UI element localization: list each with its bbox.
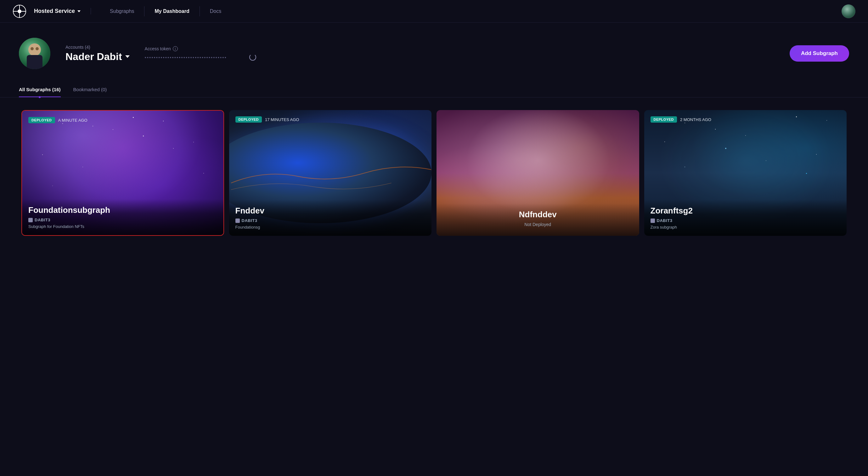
subgraph-card-4[interactable]: DEPLOYED 2 MONTHS AGO Zoranftsg2 DABIT3 … — [644, 110, 847, 236]
card-content-1: Foundationsubgraph DABIT3 Subgraph for F… — [22, 199, 223, 235]
card-badge-row-2: DEPLOYED 17 MINUTES AGO — [236, 116, 299, 123]
author-icon-4 — [651, 218, 655, 223]
svg-point-6 — [28, 43, 41, 56]
deployed-badge-2: DEPLOYED — [236, 116, 262, 123]
brand-chevron-icon — [78, 10, 81, 12]
tab-active-indicator — [39, 96, 40, 98]
author-icon-1 — [28, 218, 33, 222]
author-icon-2 — [236, 218, 240, 223]
tab-all-subgraphs[interactable]: All Subgraphs (16) — [19, 82, 61, 97]
tab-bookmarked[interactable]: Bookmarked (0) — [73, 82, 107, 97]
subgraph-card-3[interactable]: Ndfnddev Not Deployed — [436, 110, 639, 236]
access-token-value: •••••••••••••••••••••••••••••••••••• — [145, 55, 246, 60]
card-title-2: Fnddev — [236, 206, 426, 216]
accounts-label: Accounts (4) — [65, 45, 130, 50]
nav-separator — [144, 6, 145, 16]
card-badge-row-1: DEPLOYED A MINUTE AGO — [28, 117, 88, 123]
card-description-1: Subgraph for Foundation NFTs — [28, 224, 217, 229]
svg-rect-7 — [27, 55, 42, 69]
access-token-label: Access token i — [145, 46, 256, 51]
card-content-2: Fnddev DABIT3 Foundationsg — [229, 200, 432, 236]
time-badge-2: 17 MINUTES AGO — [265, 117, 299, 122]
card-badge-row-4: DEPLOYED 2 MONTHS AGO — [651, 116, 711, 123]
svg-point-8 — [31, 47, 34, 50]
card-description-2: Foundationsg — [236, 225, 426, 230]
card-content-3: Ndfnddev Not Deployed — [436, 203, 639, 236]
main-nav: Subgraphs My Dashboard Docs — [101, 0, 842, 23]
add-subgraph-button[interactable]: Add Subgraph — [789, 45, 849, 62]
card-author-row-4: DABIT3 — [651, 218, 841, 223]
tabs-row: All Subgraphs (16) Bookmarked (0) — [19, 82, 849, 97]
access-token-section: Access token i •••••••••••••••••••••••••… — [145, 46, 256, 61]
subgraph-card-1[interactable]: DEPLOYED A MINUTE AGO Foundationsubgraph… — [22, 110, 224, 236]
deployed-badge-1: DEPLOYED — [28, 117, 55, 123]
profile-name-row: Nader Dabit — [65, 51, 130, 63]
time-badge-4: 2 MONTHS AGO — [680, 117, 711, 122]
svg-point-1 — [18, 9, 22, 13]
profile-avatar-image — [19, 38, 50, 69]
card-content-4: Zoranftsg2 DABIT3 Zora subgraph — [644, 200, 847, 236]
deployed-badge-4: DEPLOYED — [651, 116, 677, 123]
profile-info: Accounts (4) Nader Dabit — [65, 45, 130, 63]
user-avatar[interactable] — [842, 4, 856, 18]
subgraph-card-2[interactable]: DEPLOYED 17 MINUTES AGO Fnddev DABIT3 Fo… — [229, 110, 432, 236]
navbar: Hosted Service Subgraphs My Dashboard Do… — [0, 0, 868, 23]
profile-avatar[interactable] — [19, 38, 50, 69]
tabs-section: All Subgraphs (16) Bookmarked (0) — [0, 82, 868, 98]
cards-grid: DEPLOYED A MINUTE AGO Foundationsubgraph… — [0, 98, 868, 248]
access-token-row: •••••••••••••••••••••••••••••••••••• — [145, 54, 256, 61]
profile-dropdown-icon[interactable] — [125, 55, 130, 58]
info-icon[interactable]: i — [173, 46, 178, 51]
refresh-token-icon[interactable] — [249, 54, 256, 61]
brand-label: Hosted Service — [34, 8, 75, 14]
time-badge-1: A MINUTE AGO — [58, 118, 88, 123]
card-author-row-1: DABIT3 — [28, 217, 217, 222]
avatar-image — [842, 4, 856, 18]
profile-name: Nader Dabit — [65, 51, 122, 63]
card-author-row-2: DABIT3 — [236, 218, 426, 223]
card-not-deployed-3: Not Deployed — [443, 222, 633, 227]
card-author-2: DABIT3 — [242, 218, 257, 223]
app-logo[interactable] — [12, 4, 26, 18]
card-title-4: Zoranftsg2 — [651, 206, 841, 216]
card-description-4: Zora subgraph — [651, 225, 841, 230]
nav-item-docs[interactable]: Docs — [201, 0, 230, 23]
card-author-4: DABIT3 — [657, 218, 673, 223]
nav-item-my-dashboard[interactable]: My Dashboard — [146, 0, 198, 23]
nav-item-subgraphs[interactable]: Subgraphs — [101, 0, 143, 23]
profile-section: Accounts (4) Nader Dabit Access token i … — [0, 23, 868, 82]
svg-point-9 — [36, 47, 39, 50]
card-title-3: Ndfnddev — [443, 210, 633, 219]
card-author-1: DABIT3 — [35, 217, 50, 222]
nav-separator-2 — [199, 6, 200, 16]
card-title-1: Foundationsubgraph — [28, 205, 217, 215]
brand-dropdown[interactable]: Hosted Service — [34, 8, 91, 14]
